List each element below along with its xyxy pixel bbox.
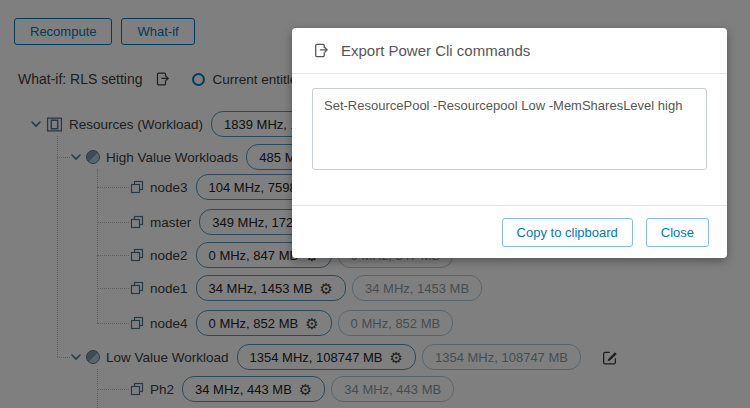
close-button[interactable]: Close [646, 218, 709, 247]
modal-title: Export Power Cli commands [341, 42, 530, 59]
modal-footer: Copy to clipboard Close [292, 205, 727, 258]
copy-to-clipboard-button[interactable]: Copy to clipboard [502, 218, 633, 247]
command-textarea[interactable]: Set-ResourcePool -Resourcepool Low -MemS… [312, 88, 707, 170]
modal-body: Set-ResourcePool -Resourcepool Low -MemS… [292, 74, 727, 205]
modal-header: Export Power Cli commands [292, 28, 727, 74]
app-page: Recompute What-if What-if: RLS setting C… [0, 0, 750, 408]
export-icon [312, 42, 329, 59]
export-modal: Export Power Cli commands Set-ResourcePo… [292, 28, 727, 258]
